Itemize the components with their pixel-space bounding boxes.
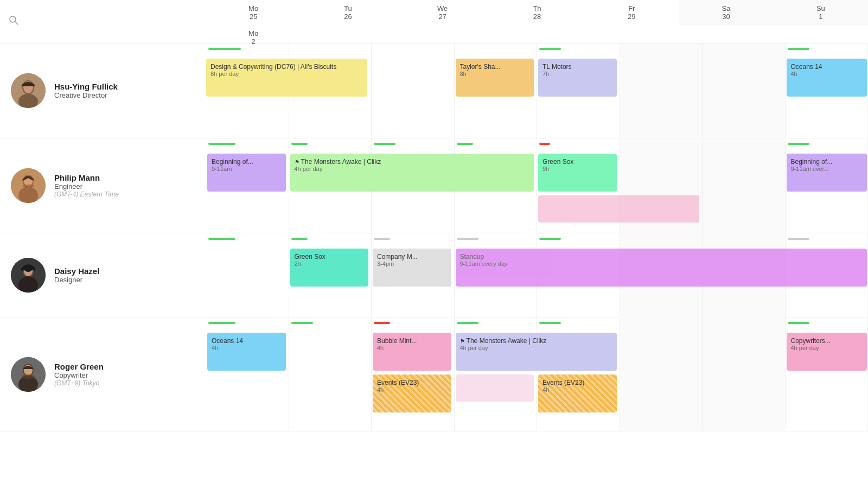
event-pink-roger <box>456 374 534 402</box>
indicator <box>539 238 561 240</box>
indicator <box>208 238 235 240</box>
indicator <box>788 143 809 145</box>
indicator <box>208 143 235 145</box>
day-header-mo25: Mo 25 <box>206 0 301 25</box>
cell-hsu-sa30 <box>620 43 703 138</box>
person-cell-daisy: Daisy Hazel Designer <box>0 233 206 317</box>
indicator <box>291 238 308 240</box>
person-role-roger: Copywriter <box>54 371 104 379</box>
calendar-grid: Design & Copywriting (DC76) | Ali's Bisc… <box>206 43 868 489</box>
avatar-daisy <box>11 258 46 293</box>
person-tz-roger: (GMT+9) Tokyo <box>54 379 104 387</box>
person-name-philip: Philip Mann <box>54 173 119 182</box>
indicator <box>208 322 235 324</box>
event-beginning-philip[interactable]: Beginning of... 9-11am <box>207 154 286 192</box>
day-header-su1: Su 1 <box>774 0 868 25</box>
person-info-philip: Philip Mann Engineer (GMT-4) Eastern Tim… <box>54 173 119 198</box>
event-ev23-we-roger[interactable]: Events (EV23) 4h <box>373 374 451 412</box>
cell-hsu-su1 <box>703 43 786 138</box>
indicator <box>457 322 478 324</box>
event-design-copywriting[interactable]: Design & Copywriting (DC76) | Ali's Bisc… <box>206 59 367 97</box>
people-sidebar: Hsu-Ying Fullick Creative Director <box>0 43 206 489</box>
sidebar-header <box>0 0 206 43</box>
event-taylors[interactable]: Taylor's Sha... 8h <box>456 59 534 97</box>
indicator <box>374 322 390 324</box>
indicator <box>291 143 308 145</box>
indicator <box>788 322 809 324</box>
person-info-daisy: Daisy Hazel Designer <box>54 266 99 284</box>
person-role-philip: Engineer <box>54 182 119 190</box>
cell-roger-sa30 <box>620 317 703 431</box>
avatar-hsu <box>11 73 46 108</box>
day-header-tu26: Tu 26 <box>301 0 395 25</box>
row-daisy: Green Sox 2h Company M... 3-4pm Standup … <box>206 233 868 317</box>
event-standup-daisy[interactable]: Standup 9-11am every day <box>456 249 867 287</box>
event-ev23-fr-roger[interactable]: Events (EV23) 4h <box>538 374 617 412</box>
event-company-daisy[interactable]: Company M... 3-4pm <box>373 249 451 287</box>
cell-daisy-mo25 <box>206 233 289 320</box>
indicator <box>539 48 561 50</box>
indicator <box>539 143 550 145</box>
svg-line-1 <box>15 22 18 24</box>
indicator <box>539 322 561 324</box>
cell-roger-su1 <box>703 317 786 431</box>
cell-philip-su1 <box>703 138 786 233</box>
indicator <box>788 238 809 240</box>
person-tz-philip: (GMT-4) Eastern Time <box>54 190 119 198</box>
indicator <box>291 322 313 324</box>
person-cell-hsu: Hsu-Ying Fullick Creative Director <box>0 43 206 138</box>
event-copywriters-roger[interactable]: Copywriters... 4h per day <box>787 333 867 371</box>
event-beginning2-philip[interactable]: Beginning of... 9-11am ever... <box>787 154 867 192</box>
avatar-philip <box>11 168 46 203</box>
event-oceans-hsu[interactable]: Oceans 14 4h <box>787 59 867 97</box>
days-header: Mo 25 Tu 26 We 27 Th 28 Fr 29 <box>206 0 868 43</box>
event-monsters-philip[interactable]: ⚑ The Monsters Awake | Clikz 4h per day <box>290 154 534 192</box>
day-header-fr29: Fr 29 <box>584 0 679 25</box>
main-area: Hsu-Ying Fullick Creative Director <box>0 43 868 489</box>
row-philip: Beginning of... 9-11am ⚑ The Monsters Aw… <box>206 138 868 233</box>
indicator <box>208 48 241 50</box>
cell-roger-tu26 <box>289 317 372 431</box>
indicator <box>788 48 809 50</box>
calendar-header: Mo 25 Tu 26 We 27 Th 28 Fr 29 <box>0 0 868 43</box>
event-monsters-roger[interactable]: ⚑ The Monsters Awake | Clikz 4h per day <box>456 333 617 371</box>
indicator <box>457 143 473 145</box>
row-hsu: Design & Copywriting (DC76) | Ali's Bisc… <box>206 43 868 138</box>
indicator <box>374 143 395 145</box>
indicator <box>457 238 478 240</box>
event-pink-philip[interactable] <box>538 195 699 223</box>
svg-rect-10 <box>23 185 34 187</box>
indicator <box>374 238 390 240</box>
day-header-sa30: Sa 30 <box>679 0 773 25</box>
event-greensox-philip[interactable]: Green Sox 9h <box>538 154 617 192</box>
event-bubblemint-roger[interactable]: Bubble Mint... 4h <box>373 333 451 371</box>
svg-point-0 <box>10 16 16 22</box>
person-cell-philip: Philip Mann Engineer (GMT-4) Eastern Tim… <box>0 138 206 233</box>
event-tl-motors[interactable]: TL Motors 7h <box>538 59 617 97</box>
day-header-we27: We 27 <box>395 0 490 25</box>
person-cell-roger: Roger Green Copywriter (GMT+9) Tokyo <box>0 317 206 431</box>
person-info-roger: Roger Green Copywriter (GMT+9) Tokyo <box>54 362 104 387</box>
person-name-hsu: Hsu-Ying Fullick <box>54 82 118 91</box>
row-roger: Oceans 14 4h Bubble Mint... 4h Events (E… <box>206 317 868 431</box>
avatar-roger <box>11 357 46 392</box>
svg-point-19 <box>22 374 35 379</box>
event-oceans-roger[interactable]: Oceans 14 4h <box>207 333 286 371</box>
person-info-hsu: Hsu-Ying Fullick Creative Director <box>54 82 118 99</box>
person-name-daisy: Daisy Hazel <box>54 266 99 276</box>
person-role-hsu: Creative Director <box>54 91 118 99</box>
cell-hsu-we27 <box>372 43 455 138</box>
person-name-roger: Roger Green <box>54 362 104 371</box>
person-role-daisy: Designer <box>54 276 99 284</box>
search-icon[interactable] <box>9 15 18 28</box>
event-greensox-daisy[interactable]: Green Sox 2h <box>290 249 369 287</box>
day-header-th28: Th 28 <box>490 0 584 25</box>
